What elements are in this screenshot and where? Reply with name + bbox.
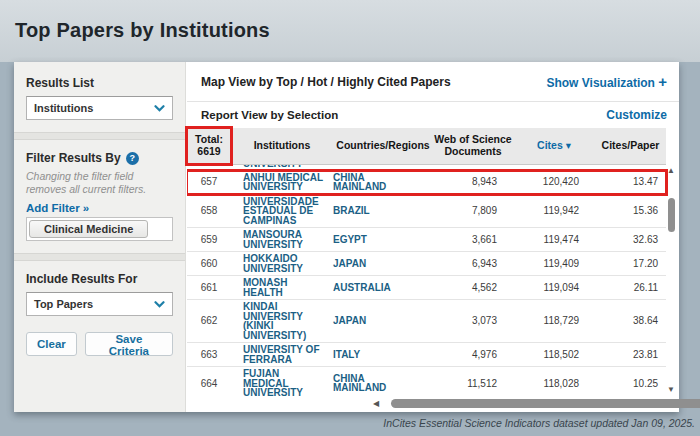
institution-cell[interactable]: MONASH HEALTH — [231, 276, 333, 300]
table-row[interactable]: 657ANHUI MEDICAL UNIVERSITYCHINA MAINLAN… — [187, 171, 666, 195]
country-cell[interactable]: BRAZIL — [333, 194, 433, 228]
cites-cell: 119,474 — [513, 228, 595, 252]
table-scroll-viewport: UNIVERSITY 657ANHUI MEDICAL UNIVERSITYCH… — [187, 165, 679, 399]
rank-cell: 661 — [187, 276, 231, 300]
sidebar: Results List Institutions Filter Results… — [14, 62, 186, 412]
customize-link[interactable]: Customize — [606, 108, 667, 122]
wos-documents-cell: 6,943 — [433, 252, 513, 276]
section-divider — [14, 132, 185, 140]
show-visualization-link[interactable]: Show Visualization + — [546, 73, 667, 90]
plus-icon: + — [658, 73, 667, 90]
cites-per-paper-cell: 10.25 — [595, 367, 666, 399]
institution-cell[interactable]: HOKKAIDO UNIVERSITY — [231, 252, 333, 276]
table-row[interactable]: 658UNIVERSIDADE ESTADUAL DE CAMPINASBRAZ… — [187, 194, 666, 228]
include-results-dropdown[interactable]: Top Papers — [26, 292, 173, 316]
country-cell[interactable]: AUSTRALIA — [333, 276, 433, 300]
dataset-update-note: InCites Essential Science Indicators dat… — [383, 417, 695, 429]
cites-cell: 118,729 — [513, 300, 595, 343]
table-header-row: Total:6619 Institutions Countries/Region… — [187, 128, 666, 164]
country-cell[interactable]: CHINA MAINLAND — [333, 367, 433, 399]
map-view-title: Map View by Top / Hot / Highly Cited Pap… — [201, 75, 451, 89]
content-panel: Results List Institutions Filter Results… — [14, 62, 679, 412]
column-header-cites-per-paper[interactable]: Cites/Paper — [595, 128, 666, 164]
cites-cell: 119,094 — [513, 276, 595, 300]
table-row[interactable]: 660HOKKAIDO UNIVERSITYJAPAN6,943119,4091… — [187, 252, 666, 276]
horizontal-scrollbar[interactable]: ◀ ▶ — [373, 398, 676, 409]
results-list-dropdown[interactable]: Institutions — [26, 96, 173, 120]
section-divider — [14, 253, 185, 261]
main-area: Map View by Top / Hot / Highly Cited Pap… — [187, 62, 679, 412]
institution-cell[interactable]: ANHUI MEDICAL UNIVERSITY — [231, 171, 333, 195]
clear-button[interactable]: Clear — [26, 332, 77, 356]
country-cell[interactable]: EGYPT — [333, 228, 433, 252]
column-header-cites-sorted[interactable]: Cites ▾ — [513, 128, 595, 164]
total-label: Total: — [195, 133, 223, 145]
partial-row-fragment: UNIVERSITY — [243, 165, 666, 169]
scroll-up-arrow-icon[interactable]: ▲ — [667, 166, 675, 175]
cites-cell: 118,502 — [513, 343, 595, 367]
include-results-heading: Include Results For — [26, 272, 173, 286]
total-count-header: Total:6619 — [187, 128, 231, 164]
filter-results-label: Filter Results By — [26, 151, 121, 165]
table-row[interactable]: 662KINDAI UNIVERSITY (KINKI UNIVERSITY)J… — [187, 300, 666, 343]
filter-note: Changing the filter field removes all cu… — [26, 170, 173, 195]
rank-cell: 658 — [187, 194, 231, 228]
table-body: UNIVERSITY 657ANHUI MEDICAL UNIVERSITYCH… — [187, 165, 666, 399]
total-value: 6619 — [197, 145, 220, 157]
cites-cell: 119,409 — [513, 252, 595, 276]
country-cell[interactable]: ITALY — [333, 343, 433, 367]
horizontal-scroll-thumb[interactable] — [391, 399, 700, 408]
institution-cell[interactable]: KINDAI UNIVERSITY (KINKI UNIVERSITY) — [231, 300, 333, 343]
institution-cell[interactable]: UNIVERSITY OF FERRARA — [231, 343, 333, 367]
cites-per-paper-cell: 38.64 — [595, 300, 666, 343]
scroll-left-arrow-icon[interactable]: ◀ — [373, 399, 383, 408]
save-criteria-button[interactable]: Save Criteria — [85, 332, 173, 356]
rank-cell: 659 — [187, 228, 231, 252]
country-cell[interactable]: CHINA MAINLAND — [333, 171, 433, 195]
map-view-bar: Map View by Top / Hot / Highly Cited Pap… — [187, 62, 679, 102]
table-row[interactable]: 659MANSOURA UNIVERSITYEGYPT3,661119,4743… — [187, 228, 666, 252]
wos-documents-cell: 3,073 — [433, 300, 513, 343]
filter-results-heading: Filter Results By ? — [26, 151, 173, 165]
filter-field[interactable]: Clinical Medicine — [26, 217, 173, 241]
institution-cell[interactable]: UNIVERSIDADE ESTADUAL DE CAMPINAS — [231, 194, 333, 228]
column-header-countries[interactable]: Countries/Regions — [333, 128, 433, 164]
cites-per-paper-cell: 32.63 — [595, 228, 666, 252]
institution-cell[interactable]: FUJIAN MEDICAL UNIVERSITY — [231, 367, 333, 399]
chevron-down-icon — [154, 105, 165, 112]
active-filter-tag[interactable]: Clinical Medicine — [29, 220, 148, 238]
table-row[interactable]: 661MONASH HEALTHAUSTRALIA4,562119,09426.… — [187, 276, 666, 300]
institution-cell[interactable]: MANSOURA UNIVERSITY — [231, 228, 333, 252]
wos-documents-cell: 4,562 — [433, 276, 513, 300]
table-row[interactable]: 664FUJIAN MEDICAL UNIVERSITYCHINA MAINLA… — [187, 367, 666, 399]
vertical-scroll-thumb[interactable] — [668, 198, 675, 232]
column-header-institutions[interactable]: Institutions — [231, 128, 333, 164]
rank-cell: 657 — [187, 171, 231, 195]
rank-cell: 662 — [187, 300, 231, 343]
horizontal-scroll-track[interactable] — [383, 399, 666, 408]
cites-cell: 120,420 — [513, 171, 595, 195]
rank-cell: 664 — [187, 367, 231, 399]
wos-documents-cell: 4,976 — [433, 343, 513, 367]
help-icon[interactable]: ? — [126, 152, 139, 165]
rank-cell: 663 — [187, 343, 231, 367]
report-view-bar: Report View by Selection Customize — [187, 102, 679, 128]
cites-cell: 118,028 — [513, 367, 595, 399]
cites-label: Cites — [537, 139, 563, 151]
country-cell[interactable]: JAPAN — [333, 252, 433, 276]
vertical-scrollbar[interactable]: ▲ ▼ — [666, 164, 678, 396]
page-title: Top Papers by Institutions — [15, 19, 270, 42]
report-view-title: Report View by Selection — [201, 109, 338, 121]
results-table: Total:6619 Institutions Countries/Region… — [187, 128, 666, 165]
country-cell[interactable]: JAPAN — [333, 300, 433, 343]
scroll-down-arrow-icon[interactable]: ▼ — [667, 385, 675, 394]
cites-per-paper-cell: 17.20 — [595, 252, 666, 276]
cites-per-paper-cell: 15.36 — [595, 194, 666, 228]
cites-per-paper-cell: 13.47 — [595, 171, 666, 195]
wos-documents-cell: 7,809 — [433, 194, 513, 228]
table-row[interactable]: 663UNIVERSITY OF FERRARAITALY4,976118,50… — [187, 343, 666, 367]
results-list-heading: Results List — [26, 76, 173, 90]
add-filter-link[interactable]: Add Filter » — [26, 202, 173, 214]
cites-per-paper-cell: 23.81 — [595, 343, 666, 367]
column-header-documents[interactable]: Web of Science Documents — [433, 128, 513, 164]
